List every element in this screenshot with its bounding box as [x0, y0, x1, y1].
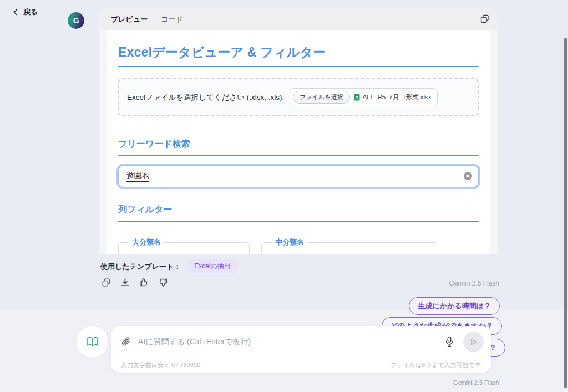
filters-rule [118, 221, 479, 222]
thumbs-up-icon[interactable] [138, 276, 150, 288]
file-input[interactable]: ファイルを選択 ALL_R5_7月...l形式.xlsx [290, 88, 437, 106]
title-rule [118, 66, 479, 67]
filters-heading: 列フィルター [118, 204, 479, 216]
used-template-row: 使用したテンプレート： Excelの抽出 [100, 259, 238, 273]
tab-preview[interactable]: プレビュー [111, 14, 148, 24]
suggestion-chip[interactable]: 生成にかかる時間は？ [409, 297, 500, 315]
copy-panel-icon[interactable] [479, 13, 490, 24]
back-button[interactable]: 戻る [12, 7, 38, 17]
send-button[interactable] [463, 332, 484, 352]
excel-file-icon [354, 94, 360, 101]
file-picker-box: Excelファイルを選択してください (.xlsx, .xls): ファイルを選… [118, 78, 479, 116]
back-label: 戻る [23, 7, 38, 17]
selected-file-name: ALL_R5_7月...l形式.xlsx [354, 93, 432, 101]
search-field-wrap: 遊園地 [118, 165, 479, 187]
prompt-library-button[interactable] [77, 326, 108, 358]
char-counter: 入力文字数目安： 0 / 750000 [121, 361, 200, 369]
clear-search-icon[interactable] [464, 172, 472, 180]
file-picker-label: Excelファイルを選択してください (.xlsx, .xls): [127, 93, 284, 103]
thumbs-down-icon[interactable] [156, 276, 169, 288]
filter-group-major-legend: 大分類名 [129, 237, 164, 247]
search-rule [118, 155, 479, 156]
filter-group-major: 大分類名 A 農業、林業 B 漁業 [118, 237, 250, 254]
preview-panel-header: プレビュー コード [99, 8, 498, 30]
attach-file-icon[interactable] [121, 337, 131, 348]
preview-iframe-area: Excelデータビューア & フィルター Excelファイルを選択してください … [99, 30, 498, 254]
message-actions [100, 276, 169, 288]
microphone-icon[interactable] [444, 336, 454, 348]
assistant-avatar: G [68, 12, 84, 29]
file-limit-note: ファイルは5つまで入力可能です [390, 361, 481, 369]
filter-group-middle: 中分類名 01 農業 02 林業 [261, 237, 437, 254]
page-scrollbar[interactable] [564, 38, 567, 388]
chat-input-row: AIに質問する (Ctrl+Enterで改行) [111, 326, 491, 358]
copy-message-icon[interactable] [100, 276, 112, 288]
app-screen: 戻る G プレビュー コード Excelデータビューア & フィルター Exce… [0, 0, 568, 392]
preview-panel: プレビュー コード Excelデータビューア & フィルター Excelファイル… [99, 8, 498, 254]
model-label: Gemini 2.5 Flash [449, 279, 499, 287]
search-input[interactable]: 遊園地 [118, 165, 479, 187]
chat-input-footer: 入力文字数目安： 0 / 750000 ファイルは5つまで入力可能です [111, 358, 491, 372]
filter-group-middle-legend: 中分類名 [272, 237, 307, 247]
avatar-letter: G [73, 16, 79, 25]
choose-file-button[interactable]: ファイルを選択 [293, 91, 349, 104]
template-badge[interactable]: Excelの抽出 [187, 259, 238, 273]
chevron-left-icon [12, 9, 18, 16]
model-label-bottom: Gemini 2.5 Flash [453, 379, 499, 386]
search-input-value: 遊園地 [126, 171, 149, 182]
chat-input[interactable]: AIに質問する (Ctrl+Enterで改行) [138, 337, 437, 347]
tab-code[interactable]: コード [161, 14, 183, 24]
file-name-text: ALL_R5_7月...l形式.xlsx [363, 93, 432, 101]
download-icon[interactable] [119, 276, 131, 288]
book-icon [86, 336, 99, 348]
chat-input-card: AIに質問する (Ctrl+Enterで改行) 入力文字数目安： 0 / 750… [111, 326, 491, 373]
search-heading: フリーワード検索 [118, 139, 479, 150]
used-template-label: 使用したテンプレート： [100, 262, 181, 272]
generated-app-document: Excelデータビューア & フィルター Excelファイルを選択してください … [107, 30, 490, 254]
app-title: Excelデータビューア & フィルター [118, 44, 479, 61]
filter-groups: 大分類名 A 農業、林業 B 漁業 中分類名 [118, 237, 479, 254]
